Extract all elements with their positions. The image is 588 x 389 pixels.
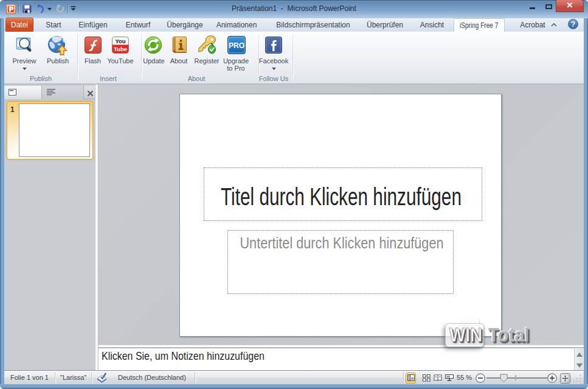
- svg-text:PRO: PRO: [229, 41, 244, 50]
- svg-text:?: ?: [571, 20, 575, 29]
- svg-text:You: You: [115, 38, 125, 44]
- svg-text:Tube: Tube: [114, 46, 127, 52]
